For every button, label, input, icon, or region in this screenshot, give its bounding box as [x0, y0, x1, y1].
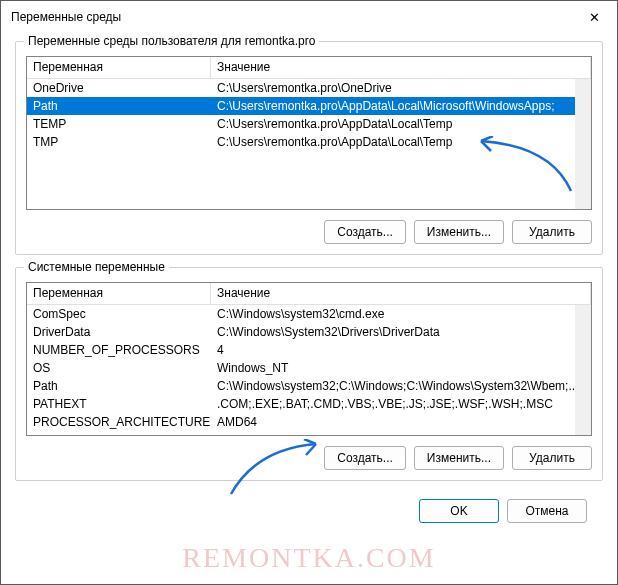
cell-variable: TMP [27, 134, 211, 150]
cell-variable: OS [27, 360, 211, 376]
cell-value: C:\Users\remontka.pro\AppData\Local\Temp [211, 116, 591, 132]
cell-variable: OneDrive [27, 80, 211, 96]
system-group-label: Системные переменные [24, 260, 169, 274]
col-variable[interactable]: Переменная [27, 57, 211, 79]
cell-value: C:\Users\remontka.pro\AppData\Local\Temp [211, 134, 591, 150]
user-table-body: OneDriveC:\Users\remontka.pro\OneDrivePa… [27, 79, 591, 151]
close-button[interactable]: ✕ [571, 1, 617, 33]
table-row[interactable]: TMPC:\Users\remontka.pro\AppData\Local\T… [27, 133, 591, 151]
system-variables-group: Системные переменные Переменная Значение… [15, 267, 603, 481]
env-vars-dialog: Переменные среды ✕ Переменные среды поль… [0, 0, 618, 585]
table-row[interactable]: NUMBER_OF_PROCESSORS4 [27, 341, 591, 359]
table-row[interactable]: OSWindows_NT [27, 359, 591, 377]
cell-value: C:\Users\remontka.pro\AppData\Local\Micr… [211, 98, 591, 114]
dialog-content: Переменные среды пользователя для remont… [1, 33, 617, 535]
cell-value: C:\Users\remontka.pro\OneDrive [211, 80, 591, 96]
table-row[interactable]: PathC:\Windows\system32;C:\Windows;C:\Wi… [27, 377, 591, 395]
watermark: REMONTKA.COM [182, 542, 435, 574]
scrollbar[interactable] [575, 79, 591, 209]
titlebar[interactable]: Переменные среды ✕ [1, 1, 617, 33]
cell-variable: ComSpec [27, 306, 211, 322]
cell-value: C:\Windows\system32;C:\Windows;C:\Window… [211, 378, 591, 394]
user-variables-group: Переменные среды пользователя для remont… [15, 41, 603, 255]
user-delete-button[interactable]: Удалить [512, 220, 592, 244]
cell-variable: Path [27, 378, 211, 394]
window-title: Переменные среды [11, 10, 121, 24]
user-create-button[interactable]: Создать... [324, 220, 406, 244]
cell-value: AMD64 [211, 414, 591, 430]
user-table-header: Переменная Значение [27, 57, 591, 79]
table-row[interactable]: ComSpecC:\Windows\system32\cmd.exe [27, 305, 591, 323]
system-variables-table[interactable]: Переменная Значение ComSpecC:\Windows\sy… [26, 282, 592, 436]
user-variables-table[interactable]: Переменная Значение OneDriveC:\Users\rem… [26, 56, 592, 210]
table-row[interactable]: PathC:\Users\remontka.pro\AppData\Local\… [27, 97, 591, 115]
system-table-header: Переменная Значение [27, 283, 591, 305]
cell-value: 4 [211, 342, 591, 358]
system-buttons-row: Создать... Изменить... Удалить [26, 446, 592, 470]
close-icon: ✕ [589, 10, 600, 25]
col-value[interactable]: Значение [211, 57, 591, 79]
system-edit-button[interactable]: Изменить... [414, 446, 504, 470]
table-row[interactable]: TEMPC:\Users\remontka.pro\AppData\Local\… [27, 115, 591, 133]
table-row[interactable]: PROCESSOR_ARCHITECTUREAMD64 [27, 413, 591, 431]
cell-value: Windows_NT [211, 360, 591, 376]
ok-button[interactable]: OK [419, 499, 499, 523]
user-buttons-row: Создать... Изменить... Удалить [26, 220, 592, 244]
cell-variable: DriverData [27, 324, 211, 340]
user-group-label: Переменные среды пользователя для remont… [24, 34, 319, 48]
cell-variable: PATHEXT [27, 396, 211, 412]
cancel-button[interactable]: Отмена [507, 499, 587, 523]
table-row[interactable]: OneDriveC:\Users\remontka.pro\OneDrive [27, 79, 591, 97]
cell-value: .COM;.EXE;.BAT;.CMD;.VBS;.VBE;.JS;.JSE;.… [211, 396, 591, 412]
table-row[interactable]: PATHEXT.COM;.EXE;.BAT;.CMD;.VBS;.VBE;.JS… [27, 395, 591, 413]
dialog-buttons: OK Отмена [15, 493, 603, 523]
col-value[interactable]: Значение [211, 283, 591, 305]
cell-value: C:\Windows\System32\Drivers\DriverData [211, 324, 591, 340]
scrollbar[interactable] [575, 305, 591, 435]
cell-variable: TEMP [27, 116, 211, 132]
system-table-body: ComSpecC:\Windows\system32\cmd.exeDriver… [27, 305, 591, 431]
system-delete-button[interactable]: Удалить [512, 446, 592, 470]
table-row[interactable]: DriverDataC:\Windows\System32\Drivers\Dr… [27, 323, 591, 341]
system-create-button[interactable]: Создать... [324, 446, 406, 470]
col-variable[interactable]: Переменная [27, 283, 211, 305]
cell-variable: NUMBER_OF_PROCESSORS [27, 342, 211, 358]
cell-variable: PROCESSOR_ARCHITECTURE [27, 414, 211, 430]
cell-variable: Path [27, 98, 211, 114]
user-edit-button[interactable]: Изменить... [414, 220, 504, 244]
cell-value: C:\Windows\system32\cmd.exe [211, 306, 591, 322]
